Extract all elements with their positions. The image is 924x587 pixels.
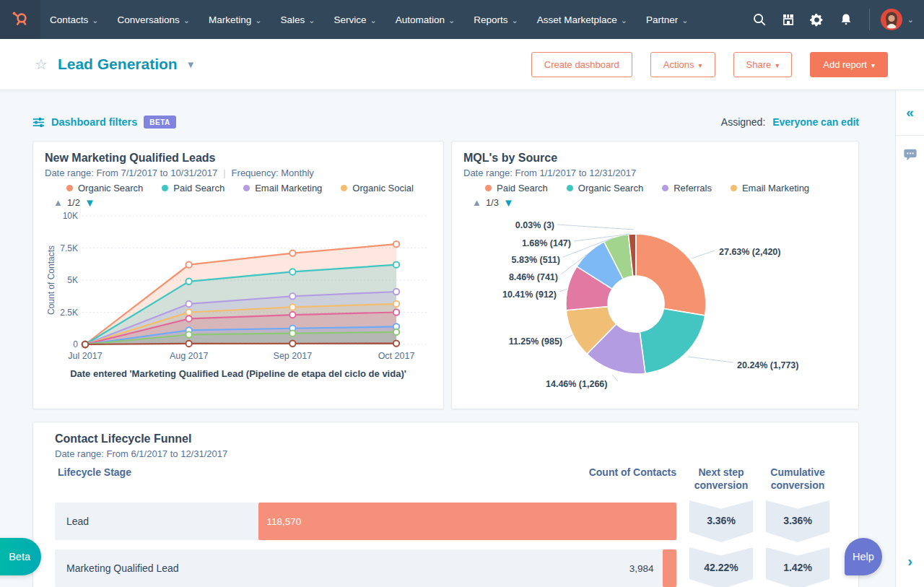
pager-up-icon[interactable]: ▲ bbox=[472, 197, 481, 208]
legend-item-referrals[interactable]: Referrals bbox=[662, 183, 712, 194]
dashboard-header: ☆ Lead Generation ▼ Create dashboard Act… bbox=[0, 39, 924, 90]
legend-item-email-marketing[interactable]: Email Marketing bbox=[243, 183, 322, 194]
funnel-table-header: Lifecycle Stage Count of Contacts Next s… bbox=[55, 466, 829, 492]
nav-item-sales[interactable]: Sales⌄ bbox=[271, 0, 325, 39]
nav-item-asset-marketplace[interactable]: Asset Marketplace⌄ bbox=[528, 0, 637, 39]
legend-item-organic-search[interactable]: Organic Search bbox=[567, 183, 643, 194]
data-point-marker[interactable] bbox=[393, 289, 399, 295]
data-point-marker[interactable] bbox=[289, 304, 295, 310]
notifications-icon[interactable] bbox=[833, 6, 859, 32]
dashboard-title[interactable]: Lead Generation bbox=[58, 56, 178, 73]
double-chevron-left-icon: « bbox=[906, 105, 914, 121]
nav-item-service[interactable]: Service⌄ bbox=[325, 0, 386, 39]
data-point-marker[interactable] bbox=[289, 250, 295, 256]
y-tick-label: 0 bbox=[73, 339, 78, 349]
pager-down-icon[interactable]: ▼ bbox=[503, 196, 514, 209]
data-point-marker[interactable] bbox=[186, 331, 191, 337]
funnel-count-value: 118,570 bbox=[267, 516, 302, 527]
nav-item-conversations[interactable]: Conversations⌄ bbox=[108, 0, 200, 39]
funnel-row-lead: Lead118,5703.36%3.36% bbox=[55, 500, 829, 542]
data-point-marker[interactable] bbox=[82, 342, 88, 347]
funnel-bar[interactable] bbox=[663, 549, 676, 587]
funnel-bar[interactable] bbox=[258, 503, 676, 540]
card-title: New Marketing Qualified Leads bbox=[45, 152, 432, 165]
nav-item-label: Reports bbox=[474, 14, 507, 25]
x-tick-label: Sep 2017 bbox=[274, 351, 313, 361]
funnel-track: Marketing Qualified Lead3,984 bbox=[55, 549, 676, 587]
nav-item-marketing[interactable]: Marketing⌄ bbox=[199, 0, 271, 39]
legend-item-organic-social[interactable]: Organic Social bbox=[341, 183, 414, 194]
data-point-marker[interactable] bbox=[186, 279, 191, 284]
search-icon[interactable] bbox=[746, 6, 772, 32]
speech-bubble-icon bbox=[903, 148, 918, 162]
next-step-conversion-badge-value: 42.22% bbox=[704, 562, 738, 573]
data-point-marker[interactable] bbox=[186, 316, 191, 321]
create-dashboard-button[interactable]: Create dashboard bbox=[531, 52, 632, 77]
legend-label: Paid Search bbox=[497, 183, 548, 194]
donut-slice[interactable] bbox=[636, 234, 706, 316]
hubspot-logo[interactable] bbox=[0, 0, 40, 39]
cumulative-conversion-badge-value: 1.42% bbox=[783, 562, 812, 573]
data-point-marker[interactable] bbox=[289, 330, 295, 336]
card-subtitle: Date range: From 6/1/2017 to 12/31/2017 bbox=[55, 448, 829, 459]
data-point-marker[interactable] bbox=[289, 341, 295, 347]
nav-item-automation[interactable]: Automation⌄ bbox=[386, 0, 465, 39]
legend-item-paid-search[interactable]: Paid Search bbox=[485, 183, 548, 194]
collapse-panel-button[interactable]: « bbox=[896, 90, 924, 136]
data-point-marker[interactable] bbox=[393, 241, 399, 247]
chart-legend: Paid SearchOrganic SearchReferralsEmail … bbox=[485, 183, 847, 194]
data-point-marker[interactable] bbox=[393, 309, 399, 315]
dashboard-title-caret-icon[interactable]: ▼ bbox=[186, 59, 196, 70]
favorite-star-icon[interactable]: ☆ bbox=[35, 56, 48, 73]
data-point-marker[interactable] bbox=[393, 329, 399, 335]
data-point-marker[interactable] bbox=[186, 309, 191, 315]
nav-item-contacts[interactable]: Contacts⌄ bbox=[40, 0, 108, 39]
settings-icon[interactable] bbox=[804, 6, 830, 32]
data-point-marker[interactable] bbox=[186, 261, 191, 267]
legend-label: Referrals bbox=[674, 183, 712, 194]
share-button[interactable]: Share▾ bbox=[733, 52, 793, 77]
legend-dot bbox=[341, 185, 347, 191]
comments-button[interactable] bbox=[896, 148, 924, 162]
legend-item-paid-search[interactable]: Paid Search bbox=[162, 183, 225, 194]
pager-down-icon[interactable]: ▼ bbox=[84, 196, 95, 209]
account-menu[interactable]: ⌄ bbox=[880, 8, 914, 31]
header-actions: Create dashboard Actions▾ Share▾ Add rep… bbox=[531, 52, 888, 77]
donut-slice-label: 10.41% (912) bbox=[502, 290, 557, 300]
legend-label: Email Marketing bbox=[255, 183, 322, 194]
pager-page: 1/2 bbox=[67, 197, 80, 208]
date-range: Date range: From 7/1/2017 to 10/31/2017 bbox=[45, 168, 217, 178]
data-point-marker[interactable] bbox=[393, 301, 399, 307]
data-point-marker[interactable] bbox=[393, 340, 399, 346]
nav-item-reports[interactable]: Reports⌄ bbox=[464, 0, 528, 39]
legend-item-email-marketing[interactable]: Email Marketing bbox=[731, 183, 809, 194]
funnel-track: Lead118,570 bbox=[55, 503, 676, 540]
pager-up-icon[interactable]: ▲ bbox=[53, 197, 63, 208]
dashboard-filters-button[interactable]: Dashboard filters BETA bbox=[32, 116, 176, 129]
data-point-marker[interactable] bbox=[186, 301, 191, 307]
nav-item-partner[interactable]: Partner⌄ bbox=[637, 0, 698, 39]
help-fab-button[interactable]: Help bbox=[845, 538, 882, 575]
data-point-marker[interactable] bbox=[186, 341, 191, 347]
dashboard-content: Dashboard filters BETA Assigned: Everyon… bbox=[0, 90, 895, 587]
actions-button[interactable]: Actions▾ bbox=[650, 52, 715, 77]
legend-item-organic-search[interactable]: Organic Search bbox=[66, 183, 143, 194]
expand-chevron-icon[interactable]: › bbox=[896, 553, 924, 570]
top-navbar: Contacts⌄Conversations⌄Marketing⌄Sales⌄S… bbox=[0, 0, 924, 39]
data-point-marker[interactable] bbox=[393, 261, 399, 267]
area-chart: 02.5K5K7.5K10KCount of ContactsJul 2017A… bbox=[45, 210, 433, 363]
data-point-marker[interactable] bbox=[289, 269, 295, 274]
assigned-value-link[interactable]: Everyone can edit bbox=[772, 116, 859, 128]
data-point-marker[interactable] bbox=[289, 293, 295, 299]
legend-dot bbox=[162, 185, 168, 191]
beta-fab-button[interactable]: Beta bbox=[0, 538, 41, 575]
marketplace-icon[interactable] bbox=[775, 6, 801, 32]
data-point-marker[interactable] bbox=[289, 312, 295, 318]
donut-slice[interactable] bbox=[640, 308, 705, 373]
caret-down-icon: ⌄ bbox=[92, 16, 98, 25]
add-report-button[interactable]: Add report▾ bbox=[810, 52, 888, 77]
label-leader-line bbox=[692, 251, 715, 258]
hubspot-app: Contacts⌄Conversations⌄Marketing⌄Sales⌄S… bbox=[0, 0, 924, 587]
y-tick-label: 10K bbox=[63, 211, 78, 221]
card-mql-by-source: MQL's by Source Date range: From 1/1/201… bbox=[451, 141, 859, 409]
